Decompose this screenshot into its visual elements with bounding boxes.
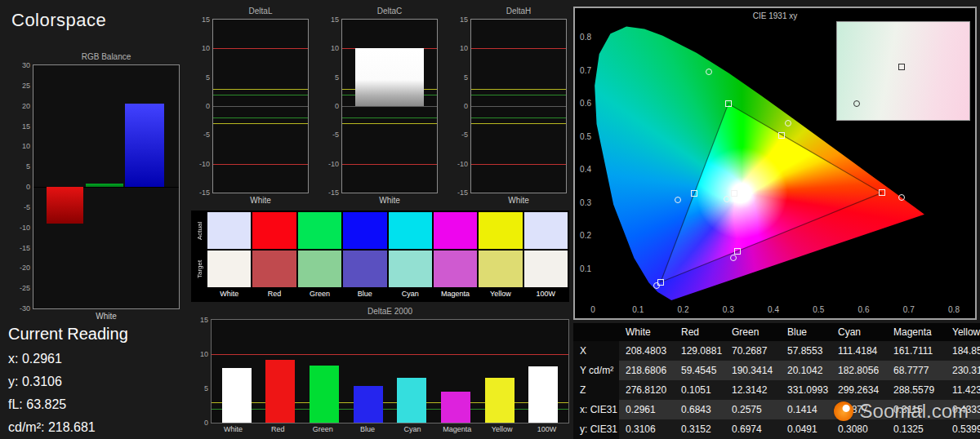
reference-line	[471, 164, 566, 165]
deltae-bar-white	[222, 368, 252, 423]
table-cell: 70.2687	[725, 341, 781, 361]
axis-tick: -5	[323, 131, 339, 139]
rgb-bar-red	[47, 187, 83, 224]
rgb-balance-chart: RGB Balance 302520151050-5-10-15-20-25-3…	[15, 52, 180, 321]
table-cell: 111.4184	[831, 341, 887, 361]
reference-line	[213, 95, 308, 95]
chart-title: DeltaH	[470, 7, 567, 17]
cie-x-tick: 0.4	[768, 305, 779, 314]
delta-charts-row: DeltaL151050-5-10-15WhiteDeltaC151050-5-…	[194, 7, 567, 205]
cie-measured-marker	[898, 194, 905, 201]
table-row-label: Y cd/m²	[573, 361, 619, 380]
table-row-label: y: CIE31	[573, 419, 619, 439]
table-row-label: x: CIE31	[573, 400, 619, 419]
cie-x-tick: 0.1	[632, 305, 644, 314]
table-cell: 190.3414	[725, 361, 781, 380]
cie-1931-chart: CIE 1931 xy 00.10.20.30.40.50.60.70.80.8…	[573, 7, 977, 320]
swatch-target-blue	[343, 251, 386, 287]
rgb-axis-tick: -10	[14, 224, 30, 232]
table-cell: 161.7111	[887, 341, 946, 361]
deltae-category-label: White	[212, 425, 253, 433]
table-header-green: Green	[725, 323, 781, 341]
cie-x-tick: 0.2	[678, 305, 689, 314]
cie-y-tick: 0.8	[577, 33, 591, 42]
swatch-actual-cyan	[389, 212, 432, 249]
swatch-target-white	[207, 251, 251, 287]
table-cell: 0.1414	[781, 400, 831, 419]
swatch-actual-blue	[343, 212, 386, 249]
deltae-bars	[212, 320, 568, 423]
cie-target-marker	[734, 248, 741, 255]
axis-tick: 10	[323, 44, 339, 52]
axis-tick: 10	[194, 44, 210, 52]
deltae-category-labels: WhiteRedGreenBlueCyanMagentaYellow100W	[211, 425, 569, 433]
table-header-white: White	[619, 323, 675, 341]
swatch-column-label: Magenta	[434, 289, 477, 300]
axis-tick: 5	[192, 384, 208, 392]
table-cell: 57.8553	[781, 341, 831, 361]
swatch-target-red	[252, 251, 296, 287]
swatch-target-green	[298, 251, 341, 287]
table-cell: 12.3142	[725, 380, 781, 400]
axis-tick: 5	[323, 73, 339, 82]
cie-measured-marker	[785, 120, 791, 126]
delta-chart-deltac: DeltaC151050-5-10-15White	[323, 7, 438, 205]
table-cell: 0.6974	[725, 419, 781, 439]
cie-measured-marker	[724, 196, 730, 202]
axis-tick: 0	[323, 102, 339, 110]
axis-tick: 5	[452, 73, 468, 82]
table-row-label: Z	[573, 380, 619, 400]
deltae-category-label: Magenta	[437, 425, 478, 433]
cie-measured-marker	[706, 69, 712, 75]
cie-target-marker	[731, 190, 737, 197]
zero-line	[213, 106, 308, 107]
table-cell: 129.0881	[675, 341, 725, 361]
deltae-2000-chart: DeltaE 2000 151050 WhiteRedGreenBlueCyan…	[191, 307, 569, 433]
reference-line	[213, 123, 308, 124]
reference-line	[213, 118, 308, 118]
cie-measured-marker	[730, 255, 737, 261]
swatch-column-label: Cyan	[389, 289, 432, 300]
axis-tick: 15	[192, 316, 208, 324]
category-label: White	[470, 196, 567, 205]
category-label: White	[341, 196, 438, 205]
cie-x-tick: 0.3	[723, 305, 734, 314]
swatch-column-label: Yellow	[479, 289, 522, 300]
cie-target-marker	[879, 189, 885, 196]
cie-x-tick: 0.5	[813, 305, 824, 314]
cie-plot: 00.10.20.30.40.50.60.70.80.80.70.60.50.4…	[575, 8, 975, 318]
table-header-cyan: Cyan	[831, 323, 887, 341]
soomal-watermark-text: Soomal.com	[860, 400, 969, 423]
swatch-column-label: White	[207, 289, 251, 300]
swatch-target-100w	[524, 251, 568, 287]
rgb-axis-tick: -25	[14, 284, 30, 292]
table-cell: 208.4803	[619, 341, 675, 361]
deltae-category-label: Blue	[347, 425, 388, 433]
axis-tick: 10	[192, 350, 208, 358]
chart-plot: 151050-5-10-15	[470, 19, 567, 193]
cie-x-tick: 0.7	[903, 305, 915, 314]
axis-tick: 15	[452, 16, 468, 24]
cie-target-marker	[725, 100, 732, 107]
axis-tick: -10	[452, 160, 468, 168]
reference-line	[471, 89, 566, 90]
table-cell: 276.8120	[619, 380, 675, 400]
rgb-axis-tick: 10	[14, 142, 30, 150]
swatch-target-cyan	[389, 251, 432, 287]
current-reading-value: cd/m²: 218.681	[8, 416, 188, 439]
table-cell: 331.0993	[781, 380, 831, 400]
soomal-logo-icon	[834, 401, 853, 421]
cie-x-tick: 0.6	[858, 305, 870, 314]
table-header-red: Red	[675, 323, 725, 341]
cie-target-marker	[778, 132, 785, 139]
delta-chart-deltal: DeltaL151050-5-10-15White	[194, 7, 309, 205]
table-cell: 184.855	[946, 341, 980, 361]
chart-title: DeltaC	[341, 7, 438, 17]
rgb-bar-green	[86, 184, 123, 187]
axis-tick: 15	[194, 16, 210, 24]
reference-line	[471, 48, 566, 49]
swatch-actual-100w	[524, 212, 568, 249]
swatch-actual-white	[207, 212, 251, 249]
table-cell: 299.2634	[831, 380, 887, 400]
rgb-balance-title: RGB Balance	[33, 52, 180, 63]
